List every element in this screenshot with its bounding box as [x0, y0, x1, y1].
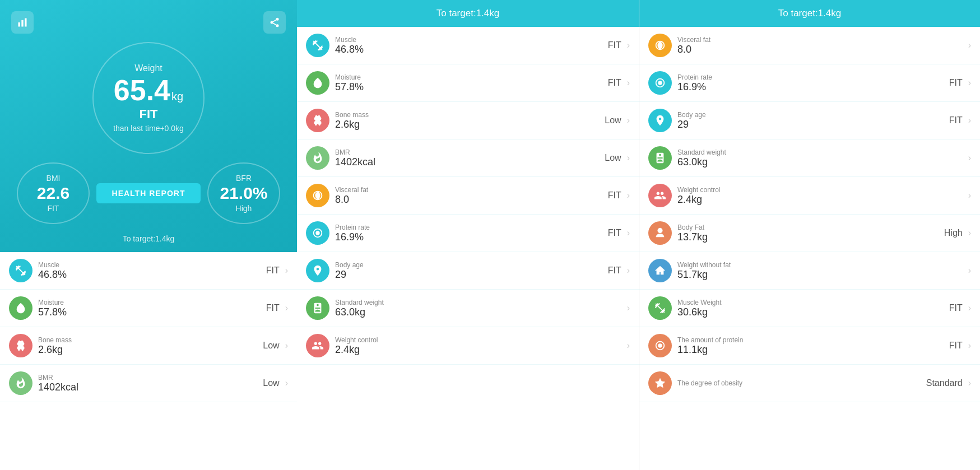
- list-item[interactable]: Body age 29 FIT ›: [639, 102, 980, 139]
- svg-rect-1: [21, 20, 23, 27]
- item-status: Low: [605, 115, 621, 125]
- item-info: Body age 29: [677, 111, 949, 131]
- list-item[interactable]: Muscle 46.8% FIT ›: [0, 252, 297, 290]
- svg-line-6: [273, 23, 276, 25]
- item-value: 13.7kg: [677, 231, 944, 243]
- chart-icon-btn[interactable]: [11, 11, 34, 34]
- chevron-right-icon: ›: [627, 341, 630, 351]
- chevron-right-icon: ›: [627, 115, 630, 125]
- item-info: Bone mass 2.6kg: [38, 336, 263, 356]
- item-info: Body age 29: [335, 261, 608, 281]
- left-panel: Weight 65.4 kg FIT than last time+0.0kg …: [0, 0, 297, 470]
- muscle-icon: [306, 34, 329, 57]
- list-item[interactable]: Weight without fat 51.7kg ›: [639, 252, 980, 290]
- list-item[interactable]: BMR 1402kcal Low ›: [0, 365, 297, 402]
- item-value: 8.0: [677, 44, 963, 55]
- list-item[interactable]: Visceral fat 8.0 ›: [639, 27, 980, 64]
- bone-icon: [306, 109, 329, 132]
- item-name: Protein rate: [335, 224, 608, 231]
- item-info: Moisture 57.8%: [38, 299, 266, 318]
- list-item[interactable]: Body Fat 13.7kg High ›: [639, 215, 980, 252]
- muscle_w-icon: [648, 296, 672, 320]
- item-status: FIT: [608, 78, 621, 88]
- item-name: Visceral fat: [677, 36, 963, 44]
- chevron-right-icon: ›: [968, 190, 971, 201]
- item-info: Body Fat 13.7kg: [677, 224, 944, 243]
- item-value: 11.1kg: [677, 344, 949, 356]
- list-item[interactable]: Body age 29 FIT ›: [297, 252, 639, 290]
- chevron-right-icon: ›: [968, 266, 971, 276]
- bone-icon: [9, 334, 32, 357]
- list-item[interactable]: The degree of obesity Standard ›: [639, 365, 980, 402]
- item-status: FIT: [266, 303, 280, 313]
- item-info: BMR 1402kcal: [335, 148, 605, 168]
- item-value: 16.9%: [335, 231, 608, 243]
- chevron-right-icon: ›: [627, 266, 630, 276]
- health-report-button[interactable]: HEALTH REPORT: [96, 183, 201, 203]
- item-info: Bone mass 2.6kg: [335, 111, 605, 131]
- item-status: FIT: [949, 303, 963, 313]
- item-info: Protein rate 16.9%: [335, 224, 608, 243]
- bodyage-icon: [648, 109, 672, 132]
- item-value: 1402kcal: [38, 381, 263, 393]
- list-item[interactable]: Weight control 2.4kg ›: [297, 327, 639, 365]
- list-item[interactable]: Bone mass 2.6kg Low ›: [0, 327, 297, 365]
- list-item[interactable]: Moisture 57.8% FIT ›: [297, 64, 639, 102]
- chevron-right-icon: ›: [968, 153, 971, 163]
- right-panel: To target:1.4kg Visceral fat 8.0 › Prote…: [639, 0, 980, 470]
- moisture-icon: [306, 71, 329, 95]
- item-value: 1402kcal: [335, 156, 605, 168]
- list-item[interactable]: The amount of protein 11.1kg FIT ›: [639, 327, 980, 365]
- item-info: Muscle 46.8%: [38, 261, 266, 281]
- share-icon-btn[interactable]: [263, 11, 286, 34]
- item-name: Moisture: [335, 73, 608, 81]
- mid-header: To target:1.4kg: [297, 0, 639, 27]
- standard-icon: [648, 146, 672, 170]
- list-item[interactable]: Standard weight 63.0kg ›: [639, 139, 980, 177]
- chevron-right-icon: ›: [285, 341, 288, 351]
- weight-unit: kg: [171, 90, 183, 103]
- item-info: Weight control 2.4kg: [677, 186, 963, 206]
- svg-point-8: [315, 192, 320, 199]
- item-name: Standard weight: [335, 299, 621, 306]
- item-value: 63.0kg: [677, 156, 963, 168]
- left-list: Muscle 46.8% FIT › Moisture 57.8% FIT › …: [0, 252, 297, 470]
- item-value: 30.6kg: [677, 306, 949, 318]
- list-item[interactable]: Standard weight 63.0kg ›: [297, 290, 639, 327]
- item-info: The degree of obesity: [677, 379, 926, 387]
- bmi-value: 22.6: [37, 184, 69, 203]
- weight-circle: Weight 65.4 kg FIT than last time+0.0kg: [92, 42, 205, 154]
- item-info: Visceral fat 8.0: [335, 186, 608, 206]
- list-item[interactable]: Protein rate 16.9% FIT ›: [639, 64, 980, 102]
- list-item[interactable]: Visceral fat 8.0 FIT ›: [297, 177, 639, 215]
- list-item[interactable]: Moisture 57.8% FIT ›: [0, 290, 297, 327]
- item-status: FIT: [949, 115, 963, 125]
- item-name: BMR: [335, 148, 605, 156]
- svg-point-5: [276, 24, 279, 27]
- bmi-label: BMI: [47, 174, 61, 183]
- item-name: Weight without fat: [677, 261, 963, 269]
- list-item[interactable]: Muscle Weight 30.6kg FIT ›: [639, 290, 980, 327]
- list-item[interactable]: BMR 1402kcal Low ›: [297, 139, 639, 177]
- item-name: Bone mass: [335, 111, 605, 119]
- bmr-icon: [306, 146, 329, 170]
- mid-list: Muscle 46.8% FIT › Moisture 57.8% FIT › …: [297, 27, 639, 470]
- list-item[interactable]: Muscle 46.8% FIT ›: [297, 27, 639, 64]
- bfr-label: BFR: [236, 174, 252, 183]
- right-list: Visceral fat 8.0 › Protein rate 16.9% FI…: [639, 27, 980, 470]
- weight-value-row: 65.4 kg: [114, 73, 183, 107]
- list-item[interactable]: Weight control 2.4kg ›: [639, 177, 980, 215]
- protein-icon: [648, 71, 672, 95]
- item-info: BMR 1402kcal: [38, 374, 263, 393]
- item-status: FIT: [608, 40, 621, 50]
- item-name: Bone mass: [38, 336, 263, 344]
- protein-icon: [306, 221, 329, 245]
- chevron-right-icon: ›: [285, 378, 288, 388]
- item-name: Muscle: [335, 36, 608, 44]
- svg-rect-2: [25, 18, 26, 27]
- list-item[interactable]: Protein rate 16.9% FIT ›: [297, 215, 639, 252]
- protein_a-icon: [648, 334, 672, 357]
- list-item[interactable]: Bone mass 2.6kg Low ›: [297, 102, 639, 139]
- item-status: Low: [605, 153, 621, 163]
- item-info: Moisture 57.8%: [335, 73, 608, 93]
